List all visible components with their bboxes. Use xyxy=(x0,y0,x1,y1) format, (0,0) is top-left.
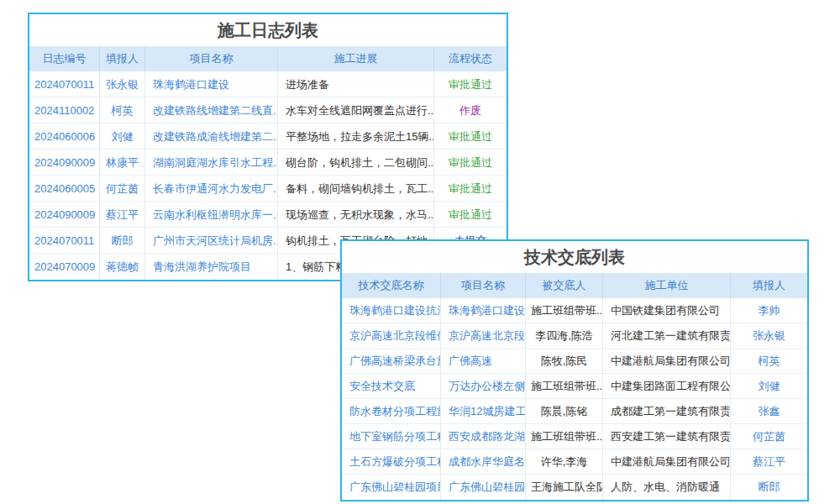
reporter-link[interactable]: 断郎 xyxy=(731,475,807,500)
project-link[interactable]: 湖南洞庭湖水库引水工程... xyxy=(145,150,278,176)
construction-unit-text: 中建港航局集团有限公司 xyxy=(603,449,731,475)
construction-unit-text: 成都建工第一建筑有限责任公司 xyxy=(603,399,731,424)
project-link[interactable]: 广东佛山碧桂园项目 xyxy=(441,475,526,500)
disclosure-name-link[interactable]: 防水卷材分项工程施... xyxy=(342,399,441,424)
table-row[interactable]: 地下室钢筋分项工程... 西安成都路龙湖上... 施工班组带班... 西安建工第… xyxy=(342,424,807,449)
table-row[interactable]: 2024090009 林康平 湖南洞庭湖水库引水工程... 砌台阶，钩机排土，二… xyxy=(29,150,507,176)
receiver-text: 李四海,陈浩 xyxy=(526,323,603,349)
table-row[interactable]: 京沪高速北京段维修... 京沪高速北京段维修 李四海,陈浩 河北建工第一建筑有限… xyxy=(342,323,807,349)
table-row[interactable]: 2024090009 蔡江平 云南水利枢纽潜明水库一... 现场巡查，无积水现象… xyxy=(29,202,507,228)
log-id-link[interactable]: 2024090009 xyxy=(29,150,100,176)
status-badge: 审批通过 xyxy=(434,123,507,150)
project-link[interactable]: 改建铁路线增建第二线直... xyxy=(145,97,278,123)
project-link[interactable]: 珠海鹤港口建设 xyxy=(441,298,526,323)
disclosure-name-link[interactable]: 广东佛山碧桂园项目... xyxy=(342,475,441,500)
log-id-link[interactable]: 2024060005 xyxy=(29,176,100,202)
receiver-text: 施工班组带班... xyxy=(526,298,603,323)
table-row[interactable]: 2024060005 何芷茵 长春市伊通河水力发电厂... 备料，砌间墙钩机排土… xyxy=(29,176,507,202)
reporter-link[interactable]: 何芷茵 xyxy=(100,176,145,202)
status-badge: 审批通过 xyxy=(434,150,507,176)
construction-unit-text: 河北建工第一建筑有限责任公司 xyxy=(603,323,731,349)
table-row[interactable]: 防水卷材分项工程施... 华润12城房建工... 陈晨,陈铭 成都建工第一建筑有… xyxy=(342,399,807,424)
construction-log-table-header: 日志编号 填报人 项目名称 施工进展 流程状态 xyxy=(29,46,507,71)
progress-text: 水车对全线遮阳网覆盖点进行... xyxy=(278,97,434,123)
reporter-link[interactable]: 张永银 xyxy=(731,323,807,349)
status-badge: 作废 xyxy=(434,97,507,123)
project-link[interactable]: 西安成都路龙湖上... xyxy=(441,424,526,449)
project-link[interactable]: 成都水岸华庭名苑... xyxy=(441,449,526,475)
table-row[interactable]: 2024070011 张永银 珠海鹤港口建设 进场准备 审批通过 xyxy=(29,71,507,97)
table-row[interactable]: 安全技术交底 万达办公楼左侧A... 施工班组带班... 中建集团路面工程有限公… xyxy=(342,374,807,399)
reporter-link[interactable]: 断郎 xyxy=(100,228,145,254)
disclosure-name-link[interactable]: 京沪高速北京段维修... xyxy=(342,323,441,349)
reporter-link[interactable]: 林康平 xyxy=(100,150,145,176)
construction-unit-text: 中国铁建集团有限公司 xyxy=(603,298,731,323)
column-header-disclosure-name: 技术交底名称 xyxy=(342,273,441,298)
column-header-log-id: 日志编号 xyxy=(29,46,100,71)
table-row[interactable]: 珠海鹤港口建设抗浮... 珠海鹤港口建设 施工班组带班... 中国铁建集团有限公… xyxy=(342,298,807,323)
project-link[interactable]: 广州市天河区统计局机房... xyxy=(145,228,278,254)
disclosure-name-link[interactable]: 广佛高速桥梁承台施... xyxy=(342,349,441,374)
progress-text: 现场巡查，无积水现象，水马... xyxy=(278,202,434,228)
column-header-project-name: 项目名称 xyxy=(441,273,526,298)
table-row[interactable]: 广东佛山碧桂园项目... 广东佛山碧桂园项目 王海施工队全队 人防、水电、消防暖… xyxy=(342,475,807,500)
reporter-link[interactable]: 何芷茵 xyxy=(731,424,807,449)
progress-text: 平整场地，拉走多余泥土15辆... xyxy=(278,123,434,150)
project-link[interactable]: 华润12城房建工... xyxy=(441,399,526,424)
column-header-progress: 施工进展 xyxy=(278,46,434,71)
receiver-text: 许华,李海 xyxy=(526,449,603,475)
project-link[interactable]: 广佛高速 xyxy=(441,349,526,374)
column-header-status: 流程状态 xyxy=(434,46,507,71)
project-link[interactable]: 珠海鹤港口建设 xyxy=(145,71,278,97)
reporter-link[interactable]: 张永银 xyxy=(100,71,145,97)
progress-text: 进场准备 xyxy=(278,71,434,97)
table-row[interactable]: 土石方爆破分项工程... 成都水岸华庭名苑... 许华,李海 中建港航局集团有限… xyxy=(342,449,807,475)
column-header-reporter: 填报人 xyxy=(731,273,807,298)
technical-disclosure-table-title: 技术交底列表 xyxy=(342,241,807,273)
project-link[interactable]: 改建铁路成渝线增建第二... xyxy=(145,123,278,150)
column-header-receiver: 被交底人 xyxy=(526,273,603,298)
project-link[interactable]: 长春市伊通河水力发电厂... xyxy=(145,176,278,202)
construction-log-table-title: 施工日志列表 xyxy=(29,14,507,46)
reporter-link[interactable]: 蒋德帧 xyxy=(100,254,145,280)
receiver-text: 陈牧,陈民 xyxy=(526,349,603,374)
reporter-link[interactable]: 蔡江平 xyxy=(731,449,807,475)
receiver-text: 施工班组带班... xyxy=(526,424,603,449)
log-id-link[interactable]: 2024110002 xyxy=(29,97,100,123)
table-row[interactable]: 广佛高速桥梁承台施... 广佛高速 陈牧,陈民 中建港航局集团有限公司 柯英 xyxy=(342,349,807,374)
status-badge: 审批通过 xyxy=(434,176,507,202)
receiver-text: 陈晨,陈铭 xyxy=(526,399,603,424)
column-header-construction-unit: 施工单位 xyxy=(603,273,731,298)
disclosure-name-link[interactable]: 珠海鹤港口建设抗浮... xyxy=(342,298,441,323)
project-link[interactable]: 万达办公楼左侧A... xyxy=(441,374,526,399)
reporter-link[interactable]: 刘健 xyxy=(100,123,145,150)
construction-unit-text: 中建集团路面工程有限公司 xyxy=(603,374,731,399)
technical-disclosure-table-header: 技术交底名称 项目名称 被交底人 施工单位 填报人 xyxy=(342,273,807,298)
table-row[interactable]: 2024110002 柯英 改建铁路线增建第二线直... 水车对全线遮阳网覆盖点… xyxy=(29,97,507,123)
progress-text: 备料，砌间墙钩机排土，瓦工... xyxy=(278,176,434,202)
disclosure-name-link[interactable]: 安全技术交底 xyxy=(342,374,441,399)
reporter-link[interactable]: 柯英 xyxy=(100,97,145,123)
log-id-link[interactable]: 2024070009 xyxy=(29,254,100,280)
status-badge: 审批通过 xyxy=(434,71,507,97)
progress-text: 砌台阶，钩机排土，二包砌间... xyxy=(278,150,434,176)
reporter-link[interactable]: 蔡江平 xyxy=(100,202,145,228)
reporter-link[interactable]: 李帅 xyxy=(731,298,807,323)
status-badge: 审批通过 xyxy=(434,202,507,228)
reporter-link[interactable]: 柯英 xyxy=(731,349,807,374)
receiver-text: 施工班组带班... xyxy=(526,374,603,399)
disclosure-name-link[interactable]: 地下室钢筋分项工程... xyxy=(342,424,441,449)
disclosure-name-link[interactable]: 土石方爆破分项工程... xyxy=(342,449,441,475)
reporter-link[interactable]: 刘健 xyxy=(731,374,807,399)
receiver-text: 王海施工队全队 xyxy=(526,475,603,500)
log-id-link[interactable]: 2024070011 xyxy=(29,71,100,97)
log-id-link[interactable]: 2024060006 xyxy=(29,123,100,150)
log-id-link[interactable]: 2024090009 xyxy=(29,202,100,228)
table-row[interactable]: 2024060006 刘健 改建铁路成渝线增建第二... 平整场地，拉走多余泥土… xyxy=(29,123,507,150)
project-link[interactable]: 云南水利枢纽潜明水库一... xyxy=(145,202,278,228)
log-id-link[interactable]: 2024070011 xyxy=(29,228,100,254)
column-header-reporter: 填报人 xyxy=(100,46,145,71)
project-link[interactable]: 京沪高速北京段维修 xyxy=(441,323,526,349)
reporter-link[interactable]: 张鑫 xyxy=(731,399,807,424)
project-link[interactable]: 青海洪湖养护院项目 xyxy=(145,254,278,280)
